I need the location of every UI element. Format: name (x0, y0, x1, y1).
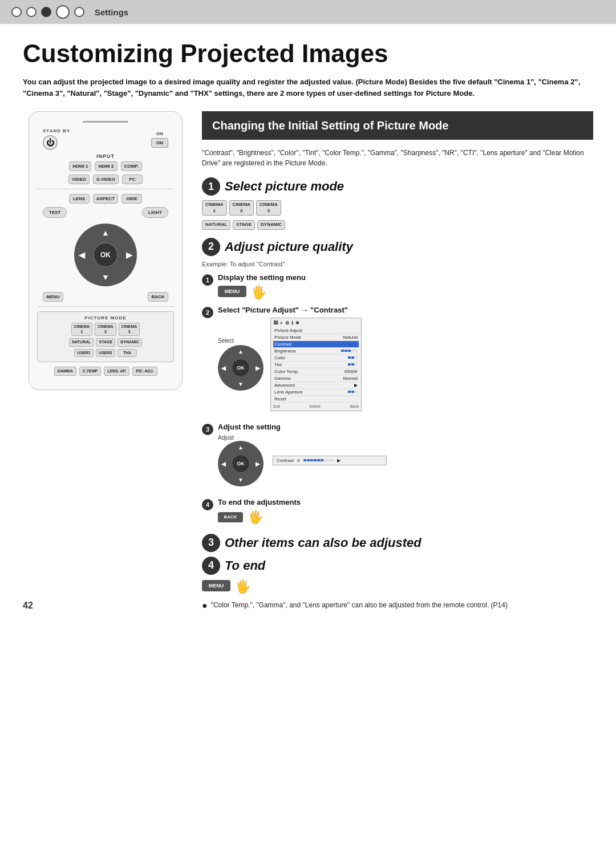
user1-btn[interactable]: USER1 (74, 349, 94, 357)
circle-2 (26, 7, 37, 17)
cinema2-mini-btn[interactable]: CINEMA2 (229, 200, 254, 216)
pm-row2: NATURAL STAGE DYNAMIC (41, 338, 170, 346)
dpad-down[interactable]: ▼ (102, 273, 110, 282)
power-btn[interactable]: ⏻ (43, 135, 58, 150)
substep3-label: Adjust the setting (218, 423, 593, 431)
hdmi1-btn[interactable]: HDMI 1 (69, 161, 91, 171)
menu-back-row: MENU BACK (37, 292, 174, 302)
back-btn-illus: BACK 🖐 (218, 510, 593, 525)
pm-row1: CINEMA1 CINEMA2 CINEMA3 (41, 323, 170, 336)
sdpad3-ok[interactable]: OK (232, 455, 250, 473)
menu-btn[interactable]: MENU (43, 292, 63, 302)
stage-mini-btn[interactable]: STAGE (233, 220, 255, 229)
pc-btn[interactable]: PC (122, 175, 143, 184)
substep1-label: Display the setting menu (218, 273, 593, 282)
menu-footer: ExitSelectBack (273, 404, 359, 408)
sdpad3-right[interactable]: ▶ (256, 460, 260, 467)
hdmi2-btn[interactable]: HDMI 2 (95, 161, 117, 171)
sdpad3-up[interactable]: ▲ (238, 444, 244, 451)
substep2-dpad-row: Select ▲ ▼ ◀ ▶ OK 🖼 (218, 318, 593, 411)
cinema3-btn[interactable]: CINEMA3 (119, 323, 140, 336)
sdpad-ok[interactable]: OK (232, 359, 250, 377)
step4-title: 4 To end (202, 557, 593, 575)
picture-mode-label: PICTURE MODE (41, 315, 170, 321)
sdpad3-down[interactable]: ▼ (238, 477, 244, 483)
substep3: 3 Adjust the setting Adjust ▲ ▼ ◀ ▶ OK (202, 423, 593, 492)
back-btn[interactable]: BACK (148, 292, 168, 302)
ctemp-btn[interactable]: C.TEMP (79, 367, 101, 376)
small-dpad-2[interactable]: ▲ ▼ ◀ ▶ OK (218, 345, 264, 391)
small-dpad-3[interactable]: ▲ ▼ ◀ ▶ OK (218, 441, 264, 486)
user2-btn[interactable]: USER2 (96, 349, 115, 357)
stage-btn[interactable]: STAGE (96, 338, 115, 346)
two-col-layout: STAND BY ⏻ ON ON INPUT HDMI 1 HDMI 2 COM… (23, 111, 593, 610)
video-btn[interactable]: VIDEO (68, 175, 90, 184)
bullet-dot: ● (202, 600, 208, 611)
circle-1 (11, 7, 22, 17)
substep2-num: 2 (202, 307, 213, 318)
comp-btn[interactable]: COMP. (121, 161, 142, 171)
sub-text: "Contrast", "Brightness", "Color", "Tint… (202, 148, 593, 168)
natural-mini-btn[interactable]: NATURAL (202, 220, 230, 229)
menu-row-gamma: GammaNormal (273, 375, 359, 382)
cinema1-mini-btn[interactable]: CINEMA1 (202, 200, 227, 216)
standby-row: STAND BY ⏻ ON ON (37, 128, 174, 150)
test-btn[interactable]: TEST (43, 207, 67, 218)
cinema2-btn[interactable]: CINEMA2 (95, 323, 116, 336)
right-column: Changing the Initial Setting of Picture … (202, 111, 593, 610)
step2-number: 2 (202, 238, 220, 256)
step4-menu-area: MENU 🖐 (202, 579, 593, 594)
substep3-num: 3 (202, 424, 213, 435)
pic-adj-btn[interactable]: PIC. ADJ. (132, 367, 157, 376)
gamma-btn[interactable]: GAMMA (54, 367, 76, 376)
aspect-btn[interactable]: ASPECT (93, 194, 118, 204)
svideo-btn[interactable]: S-VIDEO (93, 175, 119, 184)
step1-number: 1 (202, 177, 220, 196)
substep4-label: To end the adjustments (218, 498, 593, 506)
hand-icon-back: 🖐 (248, 510, 263, 525)
hide-btn[interactable]: HIDE (121, 194, 142, 204)
dpad-up[interactable]: ▲ (102, 228, 110, 237)
menu-row-color: Color (273, 355, 359, 362)
circle-4 (56, 5, 70, 19)
dpad-right[interactable]: ▶ (126, 250, 132, 259)
step1-buttons-row2: NATURAL STAGE DYNAMIC (202, 220, 593, 229)
remote-column: STAND BY ⏻ ON ON INPUT HDMI 1 HDMI 2 COM… (23, 111, 188, 390)
progress-circles (11, 5, 84, 19)
menu-btn-area: MENU 🖐 (218, 285, 593, 300)
sdpad-up[interactable]: ▲ (238, 348, 244, 355)
light-btn[interactable]: LIGHT (142, 207, 168, 218)
thx-btn[interactable]: THX (117, 349, 137, 357)
on-section: ON ON (151, 131, 168, 148)
substep2-content: Select "Picture Adjust" → "Contrast" Sel… (218, 306, 593, 417)
dpad-left[interactable]: ◀ (79, 250, 85, 259)
substep1-content: Display the setting menu MENU 🖐 (218, 273, 593, 300)
natural-btn[interactable]: NATURAL (69, 338, 94, 346)
dynamic-btn[interactable]: DYNAMIC (117, 338, 142, 346)
substep3-dpad-area: Adjust ▲ ▼ ◀ ▶ OK (218, 435, 264, 486)
main-content: Customizing Projected Images You can adj… (0, 24, 616, 622)
sdpad-left[interactable]: ◀ (221, 365, 226, 371)
ok-center-btn[interactable]: OK (93, 242, 118, 267)
dynamic-mini-btn[interactable]: DYNAMIC (257, 220, 285, 229)
sdpad-down[interactable]: ▼ (238, 381, 244, 387)
menu-icons-row: 🖼≡⚙ℹ✖ (273, 321, 359, 326)
dpad[interactable]: ▲ ▼ ◀ ▶ OK (74, 224, 137, 286)
step2-example: Example: To adjust "Contrast" (202, 261, 593, 267)
hand-icon: 🖐 (251, 285, 266, 300)
lens-btn[interactable]: LENS (69, 194, 90, 204)
substep1-num: 1 (202, 274, 213, 286)
cinema3-mini-btn[interactable]: CINEMA3 (256, 200, 281, 216)
menu-row-contrast: Contrast (273, 341, 359, 348)
intro-text: You can adjust the projected image to a … (23, 76, 582, 99)
menu-row-adjust: Picture Adjust (273, 327, 359, 334)
on-btn[interactable]: ON (151, 138, 168, 148)
menu-screen: 🖼≡⚙ℹ✖ Picture Adjust Picture ModeNatural… (270, 318, 362, 411)
step4-number: 4 (202, 557, 220, 575)
lens-ap-btn[interactable]: LENS. AP. (104, 367, 129, 376)
sdpad-right[interactable]: ▶ (256, 365, 260, 371)
cinema1-btn[interactable]: CINEMA1 (71, 323, 93, 336)
top-bar: Settings (0, 0, 616, 24)
menu-row-brightness: Brightness (273, 348, 359, 355)
sdpad3-left[interactable]: ◀ (221, 460, 226, 467)
